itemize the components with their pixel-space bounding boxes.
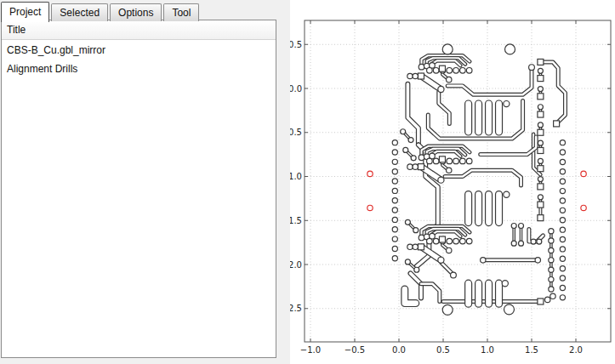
svg-text:1.5: 1.5 [525,345,538,355]
tab-selected[interactable]: Selected [51,3,108,21]
svg-text:−2.5: −2.5 [290,304,302,313]
svg-text:0.0: 0.0 [392,345,406,355]
svg-text:−2.0: −2.0 [290,260,302,270]
svg-text:−0.5: −0.5 [290,128,302,137]
project-item-gerber-layer[interactable]: CBS-B_Cu.gbl_mirror [2,40,276,59]
svg-text:0.0: 0.0 [290,84,302,94]
svg-text:0.5: 0.5 [290,40,302,49]
svg-text:1.0: 1.0 [481,345,494,355]
project-list-header: Title [2,20,276,40]
svg-text:−1.0: −1.0 [300,345,321,355]
tab-tool[interactable]: Tool [163,3,199,21]
svg-text:−1.5: −1.5 [290,216,302,225]
project-panel: Title CBS-B_Cu.gbl_mirror Alignment Dril… [1,20,276,358]
pcb-plot-canvas[interactable]: −1.0−0.50.00.51.01.52.00.50.0−0.5−1.0−1.… [290,0,615,364]
svg-text:0.5: 0.5 [436,345,450,355]
tab-project[interactable]: Project [1,2,49,22]
tab-options[interactable]: Options [110,3,162,21]
project-item-alignment-drills[interactable]: Alignment Drills [2,59,276,77]
plot-figure: −1.0−0.50.00.51.01.52.00.50.0−0.5−1.0−1.… [290,0,615,364]
svg-text:−1.0: −1.0 [290,172,302,181]
svg-text:2.0: 2.0 [569,345,583,355]
svg-text:−0.5: −0.5 [345,345,365,355]
flatcam-window: −1.0−0.50.00.51.01.52.00.50.0−0.5−1.0−1.… [0,0,615,364]
panel-tab-bar: Project Selected Options Tool [1,2,201,21]
